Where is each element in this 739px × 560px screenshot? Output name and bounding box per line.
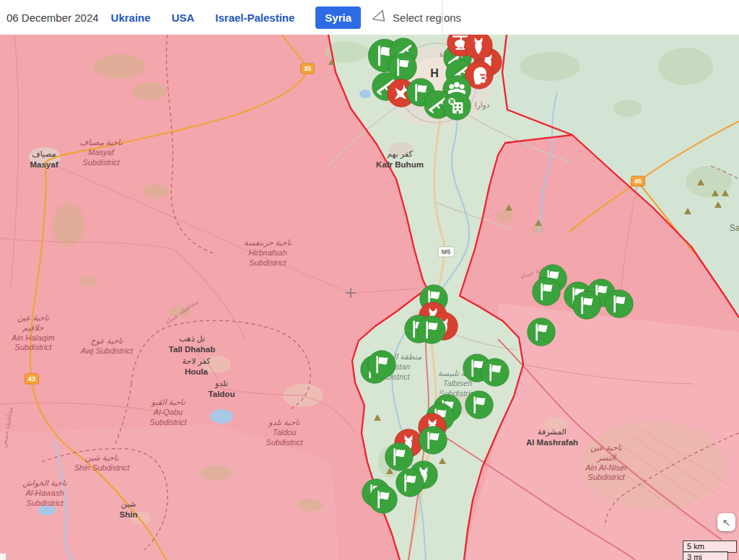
select-regions-label: Select regions [393,12,461,24]
map-marker-flag[interactable] [368,351,396,379]
map-locate-button[interactable]: ↖ [717,513,735,531]
map-marker-flag[interactable] [528,318,556,346]
tab-usa[interactable]: USA [172,12,195,24]
map-marker-building[interactable] [443,92,471,121]
map-canvas[interactable]: مصيافMasyafناحية مصيافMasyafSubdistrictن… [0,0,739,560]
map-marker-flag[interactable] [419,426,447,455]
map-marker-flag[interactable] [418,316,446,344]
date-display: 06 December 2024 [6,12,99,24]
map-marker-flag[interactable] [396,469,424,497]
map-markers-layer [0,0,739,560]
flag-cursor-icon [371,9,387,26]
toolbar-divider [442,0,443,35]
map-marker-flag[interactable] [533,278,561,306]
map-marker-flag[interactable] [573,292,601,320]
app-window: مصيافMasyafناحية مصيافMasyafSubdistrictن… [0,0,739,560]
map-marker-flag[interactable] [465,391,494,419]
region-tabs: UkraineUSAIsrael-PalestineSyria [111,6,361,29]
map-marker-bomb[interactable] [465,32,493,60]
nw-arrow-icon: ↖ [722,517,731,528]
map-marker-flag[interactable] [370,486,398,514]
map-marker-flag[interactable] [605,290,634,318]
tab-israel-palestine[interactable]: Israel-Palestine [215,12,294,24]
select-regions-button[interactable]: Select regions [371,9,461,26]
tab-ukraine[interactable]: Ukraine [111,12,151,24]
map-marker-flag[interactable] [481,359,510,387]
top-toolbar: 06 December 2024 UkraineUSAIsrael-Palest… [0,0,739,35]
tab-syria[interactable]: Syria [315,6,361,29]
map-marker-flag[interactable] [385,443,414,471]
